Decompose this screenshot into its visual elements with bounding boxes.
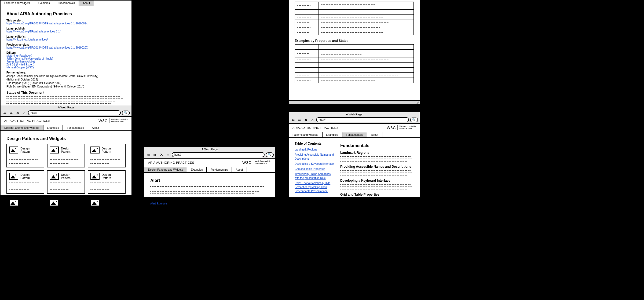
page-title: Alert: [150, 178, 269, 183]
image-placeholder-icon: [9, 147, 18, 153]
site-title: ARIA AUTHORING PRACTICES: [148, 161, 194, 164]
site-title: ARIA AUTHORING PRACTICES: [292, 126, 339, 129]
design-pattern-card[interactable]: DesignPattern: [88, 196, 126, 220]
table-row: [295, 78, 414, 83]
tab-examples[interactable]: Examples: [34, 1, 54, 6]
tab-patterns[interactable]: Patterns and Widgets: [1, 1, 34, 6]
former-editor: Joseph Scheuhammer (Inclusive Design Res…: [6, 75, 126, 78]
stop-icon[interactable]: ✕: [15, 111, 20, 115]
section-heading: Examples by Properties and States: [295, 39, 414, 43]
tab-examples[interactable]: Examples: [323, 132, 342, 137]
examples-by-props-table: [295, 44, 414, 83]
image-placeholder-icon: [9, 199, 18, 206]
search-icon[interactable]: 🔍: [410, 118, 418, 122]
tab-fundamentals[interactable]: Fundamentals: [63, 125, 88, 130]
forward-icon[interactable]: ⇨: [297, 118, 302, 122]
content-alert: Alert Example Alert Example: [144, 173, 275, 210]
latest-published-link[interactable]: https://www.w3.org/TR/wai-aria-practices…: [6, 30, 60, 33]
card-title: DesignPattern: [61, 147, 70, 153]
window-title: A Web Page: [289, 112, 420, 116]
pane-examples-index: Examples by Properties and States: [288, 0, 420, 105]
editor-link[interactable]: JaEun Jemma Ku (University of Illinois): [6, 57, 53, 60]
tab-about[interactable]: About: [232, 167, 247, 172]
home-icon[interactable]: ⌂: [310, 118, 315, 122]
this-version-link[interactable]: https://www.w3.org/TR/2019/NOTE-wai-aria…: [6, 22, 88, 25]
toc-link[interactable]: Grid and Table Properties: [295, 167, 335, 171]
design-pattern-card[interactable]: DesignPattern: [47, 170, 85, 194]
search-icon[interactable]: 🔍: [122, 111, 130, 115]
w3c-logo: W3C: [242, 160, 251, 165]
w3c-logo-block: W3C Web AccessibilityInitiative WAI: [387, 125, 416, 130]
tabstrip: Design Patterns and Widgets Examples Fun…: [144, 167, 275, 173]
editor-link[interactable]: James Nurthen (Adobe): [6, 60, 35, 63]
site-header: ARIA AUTHORING PRACTICES W3C Web Accessi…: [289, 124, 420, 132]
editor-link[interactable]: Matt King (Facebook): [6, 54, 32, 57]
tab-design-patterns[interactable]: Design Patterns and Widgets: [1, 125, 43, 130]
forward-icon[interactable]: ⇨: [9, 111, 14, 115]
tabstrip: Design Patterns and Widgets Examples Fun…: [1, 125, 131, 131]
stop-icon[interactable]: ✕: [159, 152, 164, 157]
site-header: ARIA AUTHORING PRACTICES W3C Web Accessi…: [1, 117, 131, 125]
section-heading: Grid and Table Properties: [340, 193, 414, 196]
site-title: ARIA AUTHORING PRACTICES: [4, 119, 50, 122]
w3c-logo: W3C: [387, 126, 396, 130]
forward-icon[interactable]: ⇨: [152, 152, 158, 157]
latest-editors-link[interactable]: https://w3c.github.io/aria-practices/: [6, 38, 48, 41]
table-row: [295, 50, 414, 57]
editor-link[interactable]: Zoë Bijl (Invited Expert): [6, 63, 34, 66]
toc-link[interactable]: Developing a Keyboard Interface: [295, 162, 335, 166]
tab-about[interactable]: About: [79, 1, 94, 6]
toc-link[interactable]: Intentionally Hiding Semantics with the …: [295, 172, 335, 180]
tab-fundamentals[interactable]: Fundamentals: [54, 1, 79, 6]
this-version-label: This version:: [6, 19, 126, 22]
pane-alert: A Web Page ⇦ ⇨ ✕ ⌂ 🔍 ARIA AUTHORING PRAC…: [144, 147, 276, 197]
image-placeholder-icon: [50, 147, 59, 153]
window-title: A Web Page: [144, 147, 275, 151]
design-pattern-card[interactable]: DesignPattern: [6, 196, 44, 220]
design-pattern-card[interactable]: DesignPattern: [6, 170, 44, 194]
tab-examples[interactable]: Examples: [187, 167, 207, 172]
design-pattern-card[interactable]: DesignPattern: [88, 144, 126, 167]
back-icon[interactable]: ⇦: [2, 111, 8, 115]
design-pattern-card[interactable]: DesignPattern: [6, 144, 44, 167]
editor-link[interactable]: Michael Cooper (W3C): [6, 66, 34, 69]
tab-patterns[interactable]: Patterns and Widgets: [289, 132, 323, 137]
design-pattern-card[interactable]: DesignPattern: [88, 170, 126, 194]
home-icon[interactable]: ⌂: [165, 152, 171, 157]
tab-fundamentals[interactable]: Fundamentals: [342, 132, 367, 137]
resize-handle[interactable]: [416, 100, 419, 104]
site-header: ARIA AUTHORING PRACTICES W3C Web Accessi…: [144, 159, 275, 167]
url-input[interactable]: [28, 110, 121, 115]
tab-about[interactable]: About: [88, 125, 103, 130]
url-input[interactable]: [316, 117, 409, 122]
w3c-logo: W3C: [98, 119, 108, 123]
section-heading: Landmark Regions: [340, 151, 414, 155]
example-link[interactable]: Alert Example: [150, 202, 167, 205]
card-title: DesignPattern: [102, 173, 111, 180]
back-icon[interactable]: ⇦: [290, 118, 296, 122]
toc-link[interactable]: Landmark Regions: [295, 148, 335, 152]
search-icon[interactable]: 🔍: [266, 152, 274, 157]
toc-link[interactable]: Roles That Automatically Hide Semantics …: [295, 181, 335, 193]
back-icon[interactable]: ⇦: [146, 152, 151, 157]
url-input[interactable]: [172, 152, 265, 157]
home-icon[interactable]: ⌂: [21, 111, 27, 115]
browser-chrome: A Web Page ⇦ ⇨ ✕ ⌂ 🔍: [289, 112, 420, 124]
former-editors-label: Former editors:: [6, 71, 126, 74]
previous-version-link[interactable]: https://www.w3.org/TR/2019/NOTE-wai-aria…: [6, 46, 88, 49]
table-row: [295, 10, 414, 15]
table-row: [295, 20, 414, 25]
toc-link[interactable]: Providing Accessible Names and Descripti…: [295, 153, 335, 161]
tab-examples[interactable]: Examples: [43, 125, 63, 130]
editors-label: Editors:: [6, 51, 126, 54]
design-pattern-card[interactable]: DesignPattern: [47, 144, 85, 167]
table-row: [295, 73, 414, 78]
window-title: A Web Page: [1, 105, 131, 109]
tab-fundamentals[interactable]: Fundamentals: [207, 167, 232, 172]
tab-about[interactable]: About: [367, 132, 382, 137]
w3c-logo-block: W3C Web AccessibilityInitiative WAI: [98, 118, 128, 123]
image-placeholder-icon: [90, 173, 100, 180]
tab-design-patterns[interactable]: Design Patterns and Widgets: [144, 167, 187, 172]
stop-icon[interactable]: ✕: [303, 118, 309, 122]
design-pattern-card[interactable]: DesignPattern: [47, 196, 85, 220]
